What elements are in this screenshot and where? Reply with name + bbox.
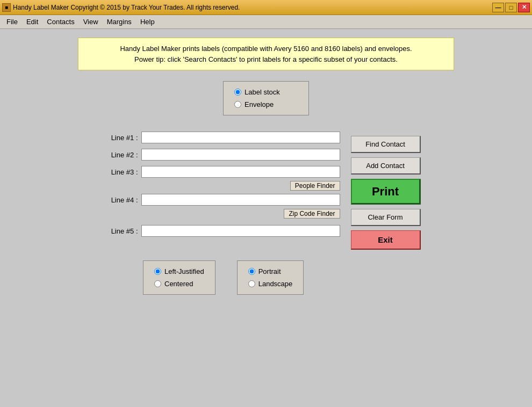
- menu-help[interactable]: Help: [136, 16, 159, 27]
- exit-button[interactable]: Exit: [351, 230, 421, 250]
- find-contact-button[interactable]: Find Contact: [351, 136, 421, 153]
- portrait-radio[interactable]: [248, 268, 255, 275]
- line5-input[interactable]: [141, 225, 340, 237]
- centered-radio[interactable]: [154, 280, 161, 287]
- label-stock-label: Label stock: [245, 88, 280, 96]
- line4-row: Line #4 :: [106, 194, 340, 206]
- menu-view[interactable]: View: [79, 16, 103, 27]
- info-banner: Handy Label Maker prints labels (compati…: [78, 38, 454, 70]
- line1-row: Line #1 :: [106, 132, 340, 143]
- line3-row: Line #3 :: [106, 166, 340, 178]
- title-bar-text: Handy Label Maker Copyright © 2015 by Tr…: [13, 4, 240, 11]
- zip-code-finder-button[interactable]: Zip Code Finder: [284, 209, 340, 219]
- left-justified-option[interactable]: Left-Justified: [154, 267, 204, 275]
- line2-row: Line #2 :: [106, 149, 340, 161]
- line3-input[interactable]: [141, 166, 340, 178]
- form-area: Line #1 : Line #2 : Line #3 : People Fin…: [9, 132, 523, 250]
- line3-label: Line #3 :: [106, 168, 141, 176]
- main-content: Handy Label Maker prints labels (compati…: [0, 29, 532, 407]
- people-finder-button[interactable]: People Finder: [290, 181, 340, 191]
- info-line1: Handy Label Maker prints labels (compati…: [89, 43, 443, 54]
- bottom-options: Left-Justified Centered Portrait Landsca…: [143, 260, 523, 295]
- print-button[interactable]: Print: [351, 179, 421, 205]
- add-contact-button[interactable]: Add Contact: [351, 157, 421, 175]
- people-finder-wrapper: People Finder: [145, 181, 340, 191]
- minimize-button[interactable]: —: [492, 3, 504, 12]
- window-controls: — □ ✕: [492, 3, 530, 12]
- portrait-option[interactable]: Portrait: [248, 267, 293, 275]
- menu-edit[interactable]: Edit: [22, 16, 42, 27]
- envelope-radio[interactable]: [234, 101, 241, 108]
- info-line2: Power tip: click 'Search Contacts' to pr…: [89, 54, 443, 65]
- envelope-label: Envelope: [245, 100, 274, 108]
- line3-block: Line #3 : People Finder: [106, 166, 340, 194]
- menu-contacts[interactable]: Contacts: [42, 16, 78, 27]
- title-bar: ■ Handy Label Maker Copyright © 2015 by …: [0, 0, 532, 15]
- close-button[interactable]: ✕: [518, 3, 530, 12]
- line5-row: Line #5 :: [106, 225, 340, 237]
- line1-label: Line #1 :: [106, 134, 141, 142]
- line2-label: Line #2 :: [106, 151, 141, 159]
- centered-option[interactable]: Centered: [154, 280, 204, 288]
- line4-block: Line #4 : Zip Code Finder: [106, 194, 340, 222]
- line4-input[interactable]: [141, 194, 340, 206]
- left-justified-radio[interactable]: [154, 268, 161, 275]
- app-icon: ■: [2, 3, 11, 12]
- form-fields: Line #1 : Line #2 : Line #3 : People Fin…: [106, 132, 340, 250]
- action-buttons: Find Contact Add Contact Print Clear For…: [351, 132, 426, 250]
- envelope-option[interactable]: Envelope: [234, 100, 298, 108]
- menu-file[interactable]: File: [2, 16, 22, 27]
- orientation-group: Portrait Landscape: [237, 260, 304, 295]
- alignment-group: Left-Justified Centered: [143, 260, 215, 295]
- landscape-radio[interactable]: [248, 280, 255, 287]
- line4-label: Line #4 :: [106, 196, 141, 204]
- landscape-label: Landscape: [258, 280, 293, 288]
- label-stock-radio[interactable]: [234, 89, 241, 96]
- menu-bar: File Edit Contacts View Margins Help: [0, 15, 532, 29]
- clear-form-button[interactable]: Clear Form: [351, 209, 421, 226]
- zip-finder-wrapper: Zip Code Finder: [145, 209, 340, 219]
- left-justified-label: Left-Justified: [164, 267, 204, 275]
- portrait-label: Portrait: [258, 267, 281, 275]
- centered-label: Centered: [164, 280, 193, 288]
- label-stock-option[interactable]: Label stock: [234, 88, 298, 96]
- maximize-button[interactable]: □: [505, 3, 517, 12]
- line5-label: Line #5 :: [106, 227, 141, 235]
- line1-input[interactable]: [141, 132, 340, 143]
- menu-margins[interactable]: Margins: [103, 16, 136, 27]
- label-type-group: Label stock Envelope: [223, 81, 309, 115]
- landscape-option[interactable]: Landscape: [248, 280, 293, 288]
- line2-input[interactable]: [141, 149, 340, 161]
